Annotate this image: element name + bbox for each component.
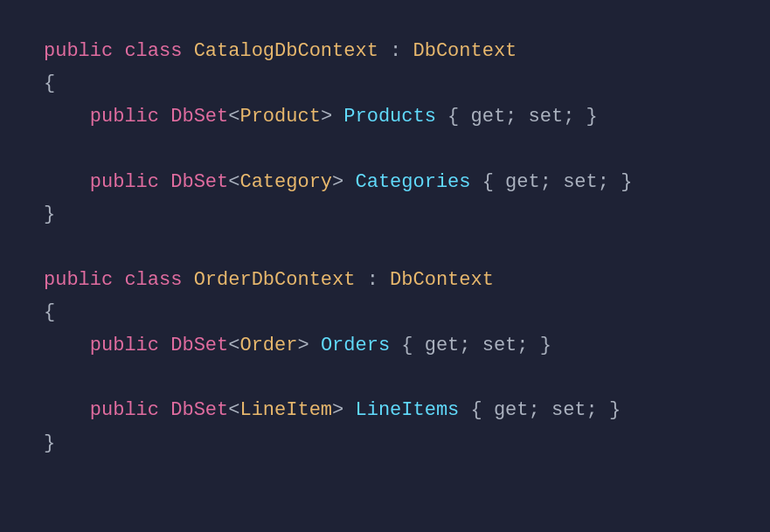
code-token-propname: Categories [355,171,470,193]
code-token-propname: Products [343,106,436,128]
code-token-accessor: { get; set; } [471,171,633,193]
code-token-dbset: DbSet [170,335,228,356]
code-token-kw: public [90,399,159,421]
code-token-base: DbContext [413,40,517,62]
code-token-plain: > [332,399,355,421]
code-token-plain: > [321,106,343,128]
code-line: { [44,67,726,100]
code-line: } [44,427,726,459]
code-token-dbset: DbSet [170,171,228,193]
code-token-plain: > [332,171,355,193]
code-token-cls: OrderDbContext [194,269,356,291]
code-token-accessor: { get; set; } [390,335,551,356]
code-token-plain: < [228,171,239,193]
code-token-plain [182,269,193,291]
code-token-base: DbContext [390,269,494,291]
code-token-dbset: DbSet [170,399,228,421]
code-token-generic: Order [239,335,297,356]
code-token-plain [44,106,90,128]
code-token-brace: { [44,301,55,323]
code-token-kw: public [44,40,113,62]
code-token-plain [44,335,90,356]
code-token-kw: class [124,40,182,62]
code-token-plain: > [297,335,320,356]
code-token-generic: LineItem [239,399,332,421]
code-token-plain: : [378,40,413,62]
code-token-plain [182,40,193,62]
code-token-plain [44,171,90,193]
code-token-plain: < [228,106,239,128]
code-token-plain [113,269,124,291]
code-token-plain [44,399,90,421]
code-line: public DbSet<Category> Categories { get;… [44,166,726,198]
code-line: public class OrderDbContext : DbContext [44,264,726,296]
code-token-kw: class [124,269,182,291]
code-line: public DbSet<LineItem> LineItems { get; … [44,394,726,426]
code-token-kw: public [90,171,159,193]
code-token-propname: LineItems [355,399,459,421]
code-token-kw: public [90,106,159,128]
code-token-accessor: { get; set; } [436,106,598,128]
code-token-brace: { [44,73,55,94]
code-token-plain: < [228,399,239,421]
code-line: { [44,296,726,328]
code-line: public class CatalogDbContext : DbContex… [44,35,726,67]
code-token-propname: Orders [321,335,390,356]
code-token-plain: < [228,335,239,356]
code-token-generic: Category [239,171,332,193]
code-token-accessor: { get; set; } [459,399,621,421]
code-token-brace: } [44,432,55,454]
code-token-kw: public [44,269,113,291]
code-line-empty [44,133,726,165]
code-token-plain [159,106,170,128]
code-token-plain [159,335,170,356]
code-line: } [44,198,726,231]
code-line: public DbSet<Order> Orders { get; set; } [44,329,726,362]
code-line-empty [44,231,726,263]
code-token-plain: : [355,269,390,291]
code-line-empty [44,362,726,394]
code-token-kw: public [90,335,159,356]
code-block: public class CatalogDbContext : DbContex… [0,0,770,532]
code-token-cls: CatalogDbContext [194,40,378,62]
code-token-plain [159,399,170,421]
code-token-plain [159,171,170,193]
code-token-brace: } [44,204,55,225]
code-token-generic: Product [239,106,320,128]
code-line: public DbSet<Product> Products { get; se… [44,100,726,133]
code-token-dbset: DbSet [170,106,228,128]
code-token-plain [113,40,124,62]
